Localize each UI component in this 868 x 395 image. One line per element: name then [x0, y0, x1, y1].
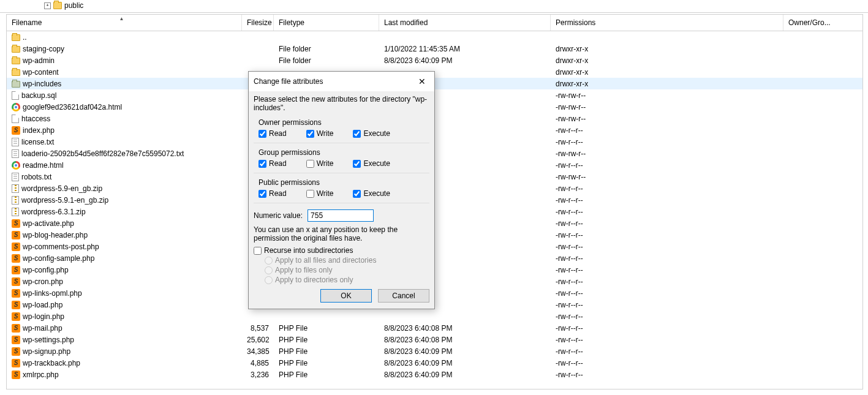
public-write-checkbox[interactable]: Write: [306, 189, 334, 198]
zip-icon: [12, 196, 19, 205]
sublime-icon: [12, 266, 20, 274]
lastmodified-text: 8/8/2023 6:40:09 PM: [379, 347, 551, 356]
table-row[interactable]: wp-settings.php25,602PHP File8/8/2023 6:…: [7, 334, 862, 345]
table-row[interactable]: wp-trackback.php4,885PHP File8/8/2023 6:…: [7, 357, 862, 369]
folder-icon: [12, 58, 20, 64]
table-row[interactable]: wp-login.php-rw-r--r--: [7, 310, 862, 322]
filetype-text: PHP File: [274, 336, 379, 344]
filename-text: index.php: [23, 126, 55, 135]
owner-read-checkbox[interactable]: Read: [259, 129, 287, 138]
permissions-text: drwxr-xr-x: [551, 68, 783, 77]
sublime-icon: [12, 324, 20, 333]
folder-icon: [12, 34, 20, 41]
filename-text: wordpress-6.3.1.zip: [21, 208, 86, 216]
col-lastmodified[interactable]: Last modified: [379, 15, 551, 31]
permissions-text: -rw-rw-r--: [551, 173, 783, 181]
filename-text: wp-trackback.php: [23, 359, 80, 367]
filetype-text: PHP File: [274, 324, 379, 333]
tree-expand-icon[interactable]: +: [44, 2, 51, 9]
owner-write-checkbox[interactable]: Write: [306, 129, 334, 138]
permissions-text: -rw-r--r--: [551, 219, 783, 228]
apply-files-radio: Apply to files only: [265, 266, 429, 274]
dialog-titlebar[interactable]: Change file attributes ✕: [249, 72, 434, 91]
permissions-text: -rw-r--r--: [551, 324, 783, 333]
filename-text: xmlrpc.php: [23, 371, 59, 379]
owner-label: Owner permissions: [259, 118, 429, 127]
numeric-value-input[interactable]: [308, 209, 374, 222]
permissions-text: -rw-r--r--: [551, 336, 783, 344]
close-icon[interactable]: ✕: [415, 75, 429, 88]
zip-icon: [12, 208, 19, 216]
table-row[interactable]: wp-adminFile folder8/8/2023 6:40:09 PMdr…: [7, 55, 862, 66]
group-permissions-group: Group permissions Read Write Execute: [254, 146, 429, 173]
filename-text: wp-comments-post.php: [23, 243, 99, 251]
col-filesize[interactable]: Filesize: [242, 15, 274, 31]
filename-text: readme.html: [23, 161, 64, 170]
dialog-prompt: Please select the new attributes for the…: [254, 95, 429, 112]
text-icon: [12, 138, 19, 146]
public-execute-checkbox[interactable]: Execute: [353, 189, 390, 198]
col-filename[interactable]: Filename▲: [7, 15, 242, 31]
owner-permissions-group: Owner permissions Read Write Execute: [254, 116, 429, 143]
filename-text: wp-login.php: [23, 312, 64, 321]
table-row[interactable]: staging-copyFile folder1/10/2022 11:45:3…: [7, 43, 862, 55]
filename-text: wp-links-opml.php: [23, 289, 82, 298]
sublime-icon: [12, 219, 20, 228]
col-ownergroup[interactable]: Owner/Gro...: [783, 15, 862, 31]
group-read-checkbox[interactable]: Read: [259, 159, 287, 168]
col-permissions[interactable]: Permissions: [551, 15, 783, 31]
filetype-text: File folder: [274, 45, 379, 53]
filetype-text: PHP File: [274, 359, 379, 367]
table-row[interactable]: wp-signup.php34,385PHP File8/8/2023 6:40…: [7, 345, 862, 357]
dialog-title-text: Change file attributes: [254, 77, 323, 86]
divider: [0, 12, 868, 13]
dialog-body: Please select the new attributes for the…: [249, 91, 434, 309]
filename-text: wp-admin: [23, 56, 55, 65]
sublime-icon: [12, 254, 20, 263]
lastmodified-text: 1/10/2022 11:45:35 AM: [379, 45, 551, 53]
permissions-text: -rw-r--r--: [551, 231, 783, 239]
folder-icon: [12, 69, 20, 76]
permissions-text: -rw-r--r--: [551, 277, 783, 286]
permissions-text: -rw-rw-r--: [551, 91, 783, 100]
filesize-text: 4,885: [242, 359, 274, 367]
cancel-button[interactable]: Cancel: [378, 289, 429, 303]
sublime-icon: [12, 277, 20, 286]
table-row[interactable]: xmlrpc.php3,236PHP File8/8/2023 6:40:09 …: [7, 369, 862, 380]
group-execute-checkbox[interactable]: Execute: [353, 159, 390, 168]
dialog-buttons: OK Cancel: [254, 285, 429, 303]
owner-execute-checkbox[interactable]: Execute: [353, 129, 390, 138]
lastmodified-text: 8/8/2023 6:40:08 PM: [379, 324, 551, 333]
sublime-icon: [12, 289, 20, 298]
public-read-checkbox[interactable]: Read: [259, 189, 287, 198]
group-label: Group permissions: [259, 148, 429, 157]
col-filetype[interactable]: Filetype: [274, 15, 379, 31]
chrome-icon: [12, 103, 20, 111]
chrome-icon: [12, 161, 20, 170]
group-write-checkbox[interactable]: Write: [306, 159, 334, 168]
filename-text: wp-activate.php: [23, 219, 74, 228]
permissions-text: -rw-rw-r--: [551, 149, 783, 158]
table-row[interactable]: wp-mail.php8,537PHP File8/8/2023 6:40:08…: [7, 322, 862, 334]
table-row[interactable]: ..: [7, 31, 862, 43]
sublime-icon: [12, 301, 20, 309]
folder-sel-icon: [12, 81, 20, 88]
filename-text: ..: [23, 33, 27, 42]
tree-node-public[interactable]: + public: [0, 0, 868, 11]
filename-text: wp-blog-header.php: [23, 231, 88, 239]
sublime-icon: [12, 312, 20, 321]
filesize-text: 34,385: [242, 347, 274, 356]
sublime-icon: [12, 359, 20, 367]
lastmodified-text: 8/8/2023 6:40:08 PM: [379, 336, 551, 344]
filesize-text: 3,236: [242, 371, 274, 379]
ok-button[interactable]: OK: [320, 289, 372, 303]
permissions-text: -rw-r--r--: [551, 371, 783, 379]
numeric-label: Numeric value:: [254, 211, 303, 220]
filename-text: wp-cron.php: [23, 277, 63, 286]
recurse-section: Recurse into subdirectories Apply to all…: [254, 246, 429, 284]
sort-asc-icon: ▲: [119, 16, 124, 21]
sublime-icon: [12, 371, 20, 379]
file-icon: [12, 91, 19, 100]
permissions-text: -rw-r--r--: [551, 254, 783, 263]
recurse-checkbox[interactable]: Recurse into subdirectories: [254, 246, 429, 255]
